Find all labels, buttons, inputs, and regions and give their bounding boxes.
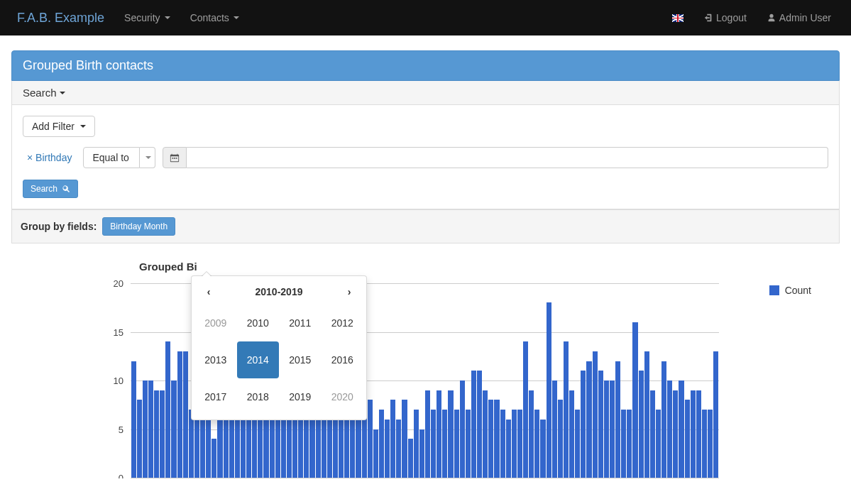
bar[interactable]	[390, 400, 395, 478]
groupby-pill[interactable]: Birthday Month	[102, 217, 175, 236]
datepicker-year[interactable]: 2016	[322, 341, 364, 378]
operator-select[interactable]: Equal to	[83, 147, 155, 168]
add-filter-button[interactable]: Add Filter	[23, 116, 95, 137]
bar[interactable]	[564, 341, 569, 478]
bar[interactable]	[298, 420, 303, 478]
datepicker-year[interactable]: 2009	[194, 305, 237, 341]
bar[interactable]	[673, 390, 678, 478]
bar[interactable]	[131, 361, 136, 478]
bar[interactable]	[442, 410, 447, 478]
bar[interactable]	[650, 390, 655, 478]
bar[interactable]	[160, 390, 165, 478]
locale-selector[interactable]	[664, 14, 692, 22]
bar[interactable]	[534, 410, 539, 478]
bar[interactable]	[586, 361, 591, 478]
datepicker-year[interactable]: 2014	[237, 341, 280, 378]
bar[interactable]	[644, 351, 649, 478]
bar[interactable]	[143, 380, 148, 478]
bar[interactable]	[667, 380, 672, 478]
bar[interactable]	[171, 380, 176, 478]
nav-security[interactable]: Security	[116, 12, 179, 23]
bar[interactable]	[598, 371, 603, 478]
bar[interactable]	[500, 410, 505, 478]
bar[interactable]	[477, 371, 482, 478]
bar[interactable]	[448, 390, 453, 478]
bar[interactable]	[506, 420, 511, 478]
bar[interactable]	[679, 380, 683, 478]
bar[interactable]	[483, 390, 488, 478]
logout-link[interactable]: Logout	[695, 12, 755, 23]
bar[interactable]	[696, 390, 701, 478]
bar[interactable]	[488, 400, 493, 478]
datepicker-year[interactable]: 2017	[194, 378, 237, 415]
bar[interactable]	[685, 400, 690, 478]
datepicker-year[interactable]: 2018	[237, 378, 280, 415]
datepicker-year[interactable]: 2019	[279, 378, 322, 415]
brand[interactable]: F.A.B. Example	[11, 11, 113, 26]
datepicker-next[interactable]: ›	[342, 286, 356, 297]
bar[interactable]	[154, 390, 159, 478]
datepicker-prev[interactable]: ‹	[202, 286, 216, 297]
bar[interactable]	[615, 361, 620, 478]
bar[interactable]	[708, 410, 713, 478]
bar[interactable]	[702, 410, 707, 478]
bar[interactable]	[593, 351, 598, 478]
bar[interactable]	[523, 341, 528, 478]
bar[interactable]	[183, 351, 188, 478]
datepicker-range[interactable]: 2010-2019	[256, 286, 303, 297]
bar[interactable]	[540, 420, 545, 478]
bar[interactable]	[466, 410, 471, 478]
bar[interactable]	[529, 390, 534, 478]
bar[interactable]	[165, 341, 170, 478]
filter-remove[interactable]: × Birthday	[23, 152, 76, 163]
bar[interactable]	[368, 400, 373, 478]
datepicker-year[interactable]: 2012	[322, 305, 364, 341]
bar[interactable]	[385, 420, 390, 478]
search-button[interactable]: Search	[23, 180, 78, 198]
bar[interactable]	[517, 410, 522, 478]
bar[interactable]	[396, 420, 401, 478]
bar[interactable]	[471, 371, 476, 478]
bar[interactable]	[460, 380, 465, 478]
bar[interactable]	[379, 410, 384, 478]
search-toggle[interactable]: Search	[11, 81, 840, 105]
bar[interactable]	[552, 380, 557, 478]
bar[interactable]	[569, 390, 574, 478]
date-input[interactable]	[187, 147, 828, 168]
bar[interactable]	[713, 351, 718, 478]
datepicker-year[interactable]: 2020	[322, 378, 364, 415]
bar[interactable]	[212, 439, 216, 478]
bar[interactable]	[512, 410, 517, 478]
bar[interactable]	[408, 439, 413, 478]
bar[interactable]	[137, 400, 142, 478]
bar[interactable]	[558, 400, 563, 478]
bar[interactable]	[632, 322, 637, 478]
bar[interactable]	[148, 380, 153, 478]
bar[interactable]	[575, 410, 580, 478]
bar[interactable]	[177, 351, 182, 478]
bar[interactable]	[661, 361, 666, 478]
datepicker-year[interactable]: 2010	[237, 305, 280, 341]
bar[interactable]	[431, 410, 436, 478]
datepicker-year[interactable]: 2013	[194, 341, 237, 378]
bar[interactable]	[610, 380, 615, 478]
bar[interactable]	[691, 390, 696, 478]
bar[interactable]	[547, 302, 551, 478]
bar[interactable]	[414, 410, 419, 478]
bar[interactable]	[627, 410, 632, 478]
nav-contacts[interactable]: Contacts	[182, 12, 248, 23]
bar[interactable]	[437, 390, 441, 478]
bar[interactable]	[425, 390, 430, 478]
user-menu[interactable]: Admin User	[758, 12, 840, 23]
bar[interactable]	[639, 371, 644, 478]
datepicker-year[interactable]: 2015	[279, 341, 322, 378]
bar[interactable]	[454, 410, 459, 478]
bar[interactable]	[494, 400, 499, 478]
bar[interactable]	[621, 410, 626, 478]
datepicker-year[interactable]: 2011	[279, 305, 322, 341]
bar[interactable]	[373, 429, 378, 478]
bar[interactable]	[419, 429, 424, 478]
bar[interactable]	[224, 420, 229, 478]
calendar-button[interactable]	[163, 147, 187, 168]
bar[interactable]	[604, 380, 609, 478]
